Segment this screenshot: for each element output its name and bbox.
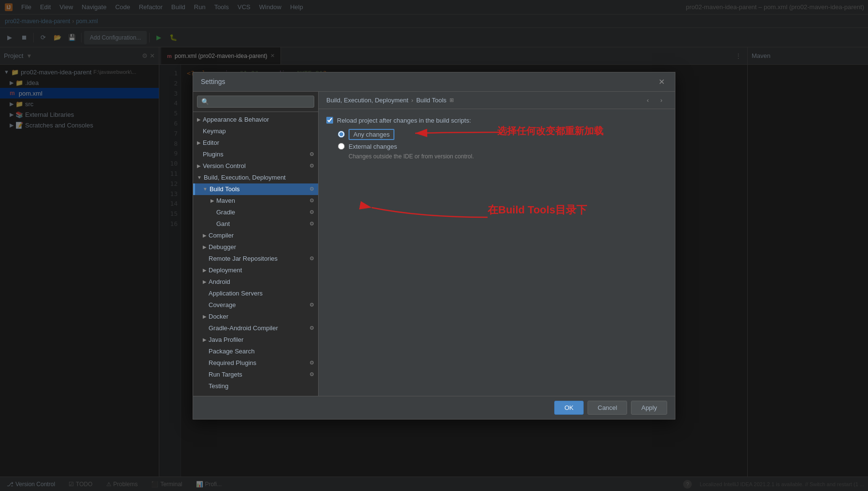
external-changes-label: External changes xyxy=(349,143,397,150)
settings-dialog: Settings ✕ ▶ Appearance & Behavior xyxy=(193,72,675,420)
settings-item-compiler[interactable]: ▶ Compiler xyxy=(193,230,318,241)
settings-item-app-servers[interactable]: ▶ Application Servers xyxy=(193,288,318,299)
settings-build-exec-label: Build, Execution, Deployment xyxy=(204,174,286,181)
settings-left-panel: ▶ Appearance & Behavior ▶ Keymap ▶ Edito… xyxy=(193,92,319,396)
vcs-gear-icon: ⚙ xyxy=(309,163,314,169)
nav-forward-button[interactable]: › xyxy=(656,94,667,106)
radio-row-external-changes: External changes xyxy=(338,143,667,150)
settings-maven-label: Maven xyxy=(216,197,235,204)
radio-group-reload: Any changes External changes Changes out… xyxy=(338,129,667,160)
remote-gear-icon: ⚙ xyxy=(309,255,314,262)
settings-item-appearance[interactable]: ▶ Appearance & Behavior xyxy=(193,114,318,126)
settings-item-android[interactable]: ▶ Android xyxy=(193,276,318,288)
settings-breadcrumb: Build, Execution, Deployment › Build Too… xyxy=(319,92,675,109)
debugger-expand-icon: ▶ xyxy=(203,244,207,250)
settings-breadcrumb-path: Build, Execution, Deployment › Build Too… xyxy=(326,97,454,104)
settings-keymap-label: Keymap xyxy=(203,127,226,135)
settings-android-label: Android xyxy=(209,278,230,285)
settings-run-targets-label: Run Targets xyxy=(209,371,242,378)
dialog-body: ▶ Appearance & Behavior ▶ Keymap ▶ Edito… xyxy=(193,92,675,396)
gradle-gear-icon: ⚙ xyxy=(309,209,314,215)
settings-debugger-label: Debugger xyxy=(209,243,236,251)
dialog-footer: OK Cancel Apply xyxy=(193,396,675,419)
settings-item-editor[interactable]: ▶ Editor xyxy=(193,137,318,149)
maven-expand-icon: ▶ xyxy=(210,198,214,203)
radio-any-changes[interactable] xyxy=(338,131,345,138)
editor-expand-icon: ▶ xyxy=(197,140,201,145)
settings-docker-label: Docker xyxy=(209,313,228,320)
settings-item-vcs[interactable]: ▶ Version Control ⚙ xyxy=(193,160,318,172)
settings-main-content: Reload project after changes in the buil… xyxy=(319,109,675,396)
dialog-title: Settings xyxy=(201,78,225,85)
settings-build-tools-label: Build Tools xyxy=(210,185,240,193)
settings-item-build-tools[interactable]: ▼ Build Tools ⚙ xyxy=(193,183,318,195)
settings-item-gradle-android[interactable]: ▶ Gradle-Android Compiler ⚙ xyxy=(193,323,318,334)
build-exec-expand-icon: ▼ xyxy=(197,175,202,180)
run-targets-gear-icon: ⚙ xyxy=(309,371,314,378)
settings-item-keymap[interactable]: ▶ Keymap xyxy=(193,126,318,137)
settings-item-build-exec[interactable]: ▼ Build, Execution, Deployment xyxy=(193,172,318,183)
radio-external-changes[interactable] xyxy=(338,143,345,150)
reload-checkbox[interactable] xyxy=(326,117,333,124)
settings-tree: ▶ Appearance & Behavior ▶ Keymap ▶ Edito… xyxy=(193,112,318,396)
ok-button[interactable]: OK xyxy=(554,401,584,415)
settings-compiler-label: Compiler xyxy=(209,232,234,239)
settings-app-servers-label: Application Servers xyxy=(209,290,263,297)
breadcrumb-arrow: › xyxy=(411,97,413,104)
settings-item-pkg-search[interactable]: ▶ Package Search xyxy=(193,346,318,357)
settings-item-gradle[interactable]: ▶ Gradle ⚙ xyxy=(193,207,318,218)
settings-req-plugins-label: Required Plugins xyxy=(209,359,256,366)
settings-testing-label: Testing xyxy=(209,382,228,390)
build-tools-expand-icon: ▼ xyxy=(203,186,208,192)
coverage-gear-icon: ⚙ xyxy=(309,302,314,308)
settings-gradle-android-label: Gradle-Android Compiler xyxy=(209,324,278,332)
gant-gear-icon: ⚙ xyxy=(309,221,314,227)
settings-search-box xyxy=(193,92,318,112)
vcs-expand-icon: ▶ xyxy=(197,163,201,168)
build-tools-gear-icon: ⚙ xyxy=(309,186,314,192)
reload-label: Reload project after changes in the buil… xyxy=(337,117,471,124)
any-changes-label: Any changes xyxy=(353,131,390,138)
compiler-expand-icon: ▶ xyxy=(203,233,207,238)
settings-deployment-label: Deployment xyxy=(209,267,242,274)
dialog-close-button[interactable]: ✕ xyxy=(656,76,667,87)
settings-item-run-targets[interactable]: ▶ Run Targets ⚙ xyxy=(193,369,318,380)
breadcrumb-nav: ‹ › xyxy=(642,94,667,106)
settings-editor-label: Editor xyxy=(203,139,219,146)
req-plugins-gear-icon: ⚙ xyxy=(309,360,314,366)
breadcrumb-part1: Build, Execution, Deployment xyxy=(326,97,408,104)
settings-remote-jar-label: Remote Jar Repositories xyxy=(209,255,278,262)
settings-item-remote-jar[interactable]: ▶ Remote Jar Repositories ⚙ xyxy=(193,253,318,265)
settings-item-gant[interactable]: ▶ Gant ⚙ xyxy=(193,218,318,230)
settings-content-panel: Build, Execution, Deployment › Build Too… xyxy=(319,92,675,396)
settings-vcs-label: Version Control xyxy=(203,162,246,169)
settings-coverage-label: Coverage xyxy=(209,301,236,309)
helper-text: Changes outside the IDE or from version … xyxy=(349,153,667,160)
breadcrumb-settings-icon: ⊞ xyxy=(449,97,454,103)
maven-gear-icon: ⚙ xyxy=(309,197,314,204)
settings-item-plugins[interactable]: ▶ Plugins ⚙ xyxy=(193,149,318,160)
settings-item-java-profiler[interactable]: ▶ Java Profiler xyxy=(193,334,318,346)
java-profiler-expand-icon: ▶ xyxy=(203,337,207,342)
active-indicator xyxy=(193,183,195,195)
settings-item-debugger[interactable]: ▶ Debugger xyxy=(193,241,318,253)
deployment-expand-icon: ▶ xyxy=(203,267,207,273)
settings-item-testing[interactable]: ▶ Testing xyxy=(193,380,318,392)
settings-item-maven[interactable]: ▶ Maven ⚙ xyxy=(193,195,318,207)
settings-java-profiler-label: Java Profiler xyxy=(209,336,243,343)
settings-search-input[interactable] xyxy=(197,96,314,108)
settings-plugins-label: Plugins xyxy=(203,151,224,158)
reload-checkbox-row: Reload project after changes in the buil… xyxy=(326,117,667,124)
settings-gant-label: Gant xyxy=(216,220,230,227)
settings-item-req-plugins[interactable]: ▶ Required Plugins ⚙ xyxy=(193,357,318,369)
cancel-button[interactable]: Cancel xyxy=(588,401,627,415)
annotation-arrow-1 xyxy=(319,109,675,215)
settings-item-docker[interactable]: ▶ Docker xyxy=(193,311,318,323)
gradle-android-gear-icon: ⚙ xyxy=(309,325,314,331)
apply-button[interactable]: Apply xyxy=(631,401,667,415)
nav-back-button[interactable]: ‹ xyxy=(642,94,654,106)
dialog-title-bar: Settings ✕ xyxy=(193,72,675,92)
settings-pkg-search-label: Package Search xyxy=(209,348,254,355)
settings-item-coverage[interactable]: ▶ Coverage ⚙ xyxy=(193,299,318,311)
settings-item-deployment[interactable]: ▶ Deployment xyxy=(193,265,318,276)
